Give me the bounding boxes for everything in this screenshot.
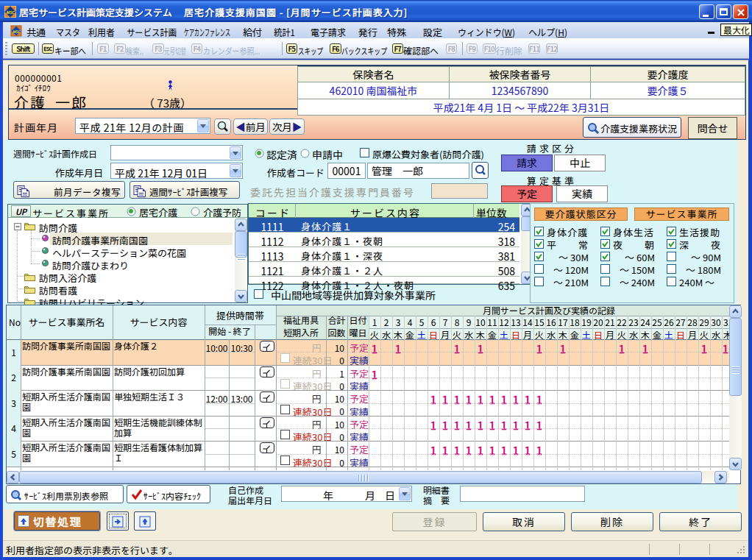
svg-text:MSC: MSC [13, 29, 21, 34]
svg-text:MSC: MSC [6, 10, 15, 15]
